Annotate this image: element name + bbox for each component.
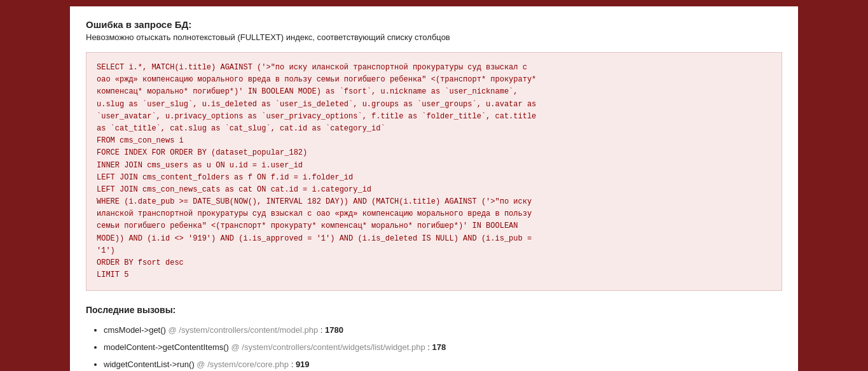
- call-line-number: 178: [432, 342, 446, 352]
- call-method: modelContent->getContentItems(): [104, 342, 229, 352]
- call-line-number: 919: [296, 360, 310, 369]
- call-at: @ /system/controllers/content/widgets/li…: [229, 342, 425, 352]
- call-method: widgetContentList->run(): [104, 360, 195, 369]
- call-list: cmsModel->get() @ /system/controllers/co…: [86, 323, 782, 371]
- list-item: widgetContentList->run() @ /system/core/…: [104, 357, 782, 371]
- call-separator: :: [289, 360, 296, 369]
- error-container: Ошибка в запросе БД: Невозможно отыскать…: [70, 6, 798, 371]
- call-line-number: 1780: [325, 325, 343, 335]
- call-separator: :: [318, 325, 325, 335]
- list-item: modelContent->getContentItems() @ /syste…: [104, 340, 782, 356]
- error-subtitle: Невозможно отыскать полнотекстовый (FULL…: [86, 32, 782, 42]
- call-at: @ /system/controllers/content/model.php: [166, 325, 318, 335]
- call-at: @ /system/core/core.php: [195, 360, 289, 369]
- call-method: cmsModel->get(): [104, 325, 166, 335]
- calls-section-title: Последние вызовы:: [86, 305, 782, 315]
- list-item: cmsModel->get() @ /system/controllers/co…: [104, 323, 782, 339]
- sql-block: SELECT i.*, MATCH(i.title) AGAINST ('>"п…: [86, 52, 782, 291]
- call-separator: :: [425, 342, 432, 352]
- error-title: Ошибка в запросе БД:: [86, 19, 782, 30]
